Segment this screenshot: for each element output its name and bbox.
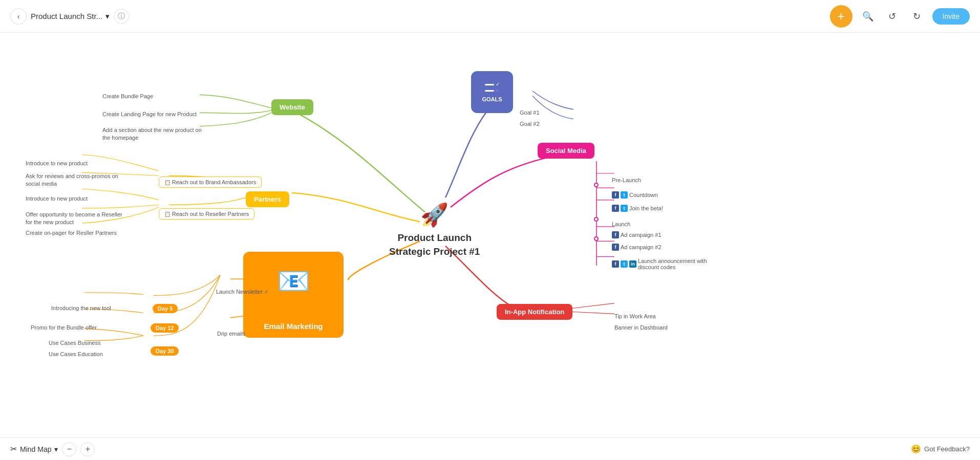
social-label: Social Media: [546, 147, 586, 155]
ba-item-1: Introduce to new product: [26, 160, 88, 166]
inapp-label: In-App Notification: [505, 308, 564, 316]
website-node[interactable]: Website: [271, 99, 313, 115]
feedback-label: Got Feedback?: [924, 445, 970, 453]
mind-map-button[interactable]: ✂ Mind Map ▾: [10, 444, 58, 454]
mind-map-label: Mind Map: [20, 445, 51, 453]
launch-item-1: f Ad campaign #1: [612, 231, 662, 238]
res-item-3: Create on-pager for Resller Partners: [26, 230, 117, 236]
goals-icons: ✓ ○: [485, 82, 500, 93]
pre-launch-label: Pre-Launch: [612, 177, 641, 183]
zoom-in-button[interactable]: +: [80, 442, 95, 456]
website-item-2: Create Landing Page for new Product: [102, 111, 197, 117]
header-right: + 🔍 ↺ ↻ Invite: [830, 5, 970, 28]
center-title: Product LaunchStrategic Project #1: [389, 231, 480, 258]
pre-item-2: ft Join the beta!: [612, 205, 663, 212]
footer-left: ✂ Mind Map ▾ − +: [10, 442, 95, 456]
goal-2: Goal #2: [520, 121, 540, 127]
social-dot-3: [594, 236, 599, 241]
undo-button[interactable]: ↺: [883, 7, 902, 26]
pre-item-1: ft Countdown: [612, 191, 658, 199]
brand-ambassador-icon: 📋: [164, 180, 172, 185]
invite-button[interactable]: Invite: [932, 8, 970, 25]
reseller-partners-node[interactable]: 📋 Reach out to Reseller Partners: [159, 208, 254, 220]
goal-1: Goal #1: [520, 109, 540, 116]
zoom-out-button[interactable]: −: [62, 442, 76, 456]
launch-label: Launch: [612, 221, 630, 227]
center-rocket-icon: 🚀: [420, 202, 449, 228]
launch-item-3: ftin Launch announcement withdiscount co…: [612, 258, 707, 270]
res-item-2: Offer opportunity to become a Resellerfo…: [26, 211, 122, 227]
social-dot-1: [594, 183, 599, 187]
email-label: Email Marketing: [264, 322, 323, 331]
canvas: 🚀 Product LaunchStrategic Project #1 Web…: [0, 33, 980, 437]
add-button[interactable]: +: [830, 5, 853, 28]
launch-item-2: f Ad campaign #2: [612, 244, 662, 251]
inapp-item-2: Banner in Dashboard: [614, 324, 668, 331]
search-button[interactable]: 🔍: [859, 7, 877, 26]
goals-node[interactable]: ✓ ○ GOALS: [471, 71, 513, 113]
day5-item: Introducing the new tool: [51, 305, 111, 311]
inapp-node[interactable]: In-App Notification: [497, 304, 572, 320]
drip-emails: Drip emails: [217, 331, 245, 337]
website-item-3: Add a section about the new product onth…: [102, 126, 202, 142]
website-label: Website: [280, 103, 305, 111]
day5-badge[interactable]: Day 5: [153, 304, 178, 313]
header: ‹ Product Launch Str... ▾ ⓘ + 🔍 ↺ ↻ Invi…: [0, 0, 980, 33]
day30-item-2: Use Cases Education: [49, 351, 103, 357]
social-media-node[interactable]: Social Media: [538, 143, 594, 159]
partners-label: Partners: [254, 195, 281, 203]
redo-button[interactable]: ↻: [908, 7, 926, 26]
scissors-icon: ✂: [10, 444, 17, 454]
social-dot-2: [594, 217, 599, 222]
day30-badge[interactable]: Day 30: [151, 346, 179, 356]
footer: ✂ Mind Map ▾ − + 😊 Got Feedback?: [0, 437, 980, 460]
email-icon-area: 📧: [243, 252, 344, 311]
feedback-icon: 😊: [911, 444, 921, 454]
brand-ambassador-node[interactable]: 📋 Reach out to Brand Ambassadors: [159, 177, 262, 188]
reseller-icon: 📋: [164, 211, 172, 217]
launch-newsletter: Launch Newsletter ✓: [216, 289, 269, 295]
feedback-button[interactable]: 😊 Got Feedback?: [911, 444, 970, 454]
project-title[interactable]: Product Launch Str... ▾: [31, 12, 110, 21]
day12-item: Promo for the Bundle offer: [31, 324, 97, 331]
info-button[interactable]: ⓘ: [114, 9, 129, 24]
project-title-text: Product Launch Str...: [31, 12, 102, 20]
back-button[interactable]: ‹: [10, 8, 27, 25]
mind-map-chevron: ▾: [54, 445, 58, 453]
header-left: ‹ Product Launch Str... ▾ ⓘ: [10, 8, 129, 25]
day12-badge[interactable]: Day 12: [151, 323, 179, 333]
day30-item-1: Use Cases Business: [49, 340, 101, 346]
partners-node[interactable]: Partners: [246, 191, 289, 207]
inapp-item-1: Tip in Work Area: [614, 313, 656, 319]
goals-label: GOALS: [482, 96, 502, 102]
ba-item-2: Ask for reviews and cross-promos onsocia…: [26, 172, 118, 188]
website-item-1: Create Bundle Page: [102, 93, 153, 99]
res-item-1: Introduce to new product: [26, 195, 88, 202]
title-chevron: ▾: [105, 12, 110, 21]
center-node[interactable]: 🚀 Product LaunchStrategic Project #1: [389, 202, 480, 258]
zoom-controls: − +: [62, 442, 95, 456]
